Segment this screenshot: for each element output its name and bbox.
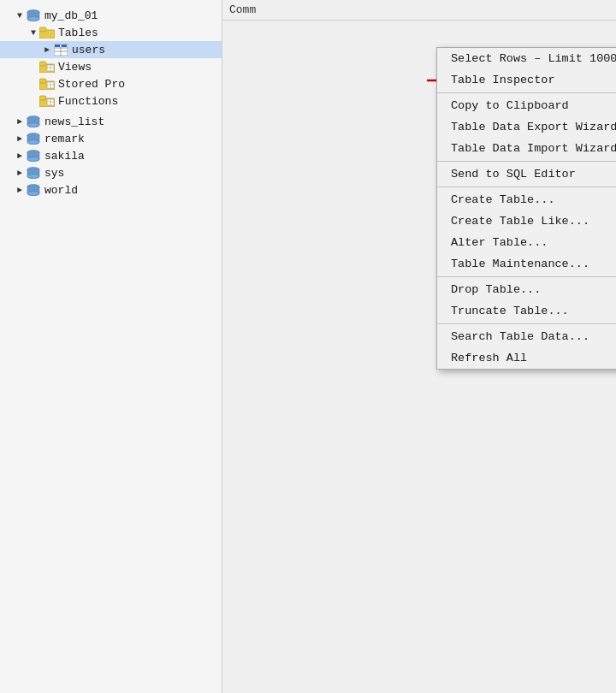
separator-5 [437, 323, 616, 324]
svg-point-32 [27, 175, 39, 179]
svg-point-31 [27, 168, 39, 172]
svg-point-29 [27, 151, 39, 155]
menu-label-copy-clipboard: Copy to Clipboard [451, 99, 569, 112]
menu-label-create-table-like: Create Table Like... [451, 215, 589, 228]
right-panel: Comm Select Rows – Limit 1000 Table Insp… [222, 0, 616, 693]
db-icon-sys [26, 166, 41, 180]
tree-label-users: users [72, 44, 105, 56]
menu-label-alter-table: Alter Table... [451, 236, 548, 249]
separator-3 [437, 187, 616, 187]
tree-label-news-list: news_list [44, 116, 104, 128]
tree-item-users[interactable]: ► users [0, 41, 222, 58]
svg-point-25 [27, 116, 39, 121]
menu-item-create-table-like[interactable]: Create Table Like... ▶ [437, 210, 616, 232]
column-label: Comm [229, 3, 256, 16]
svg-point-27 [27, 133, 39, 138]
svg-rect-9 [62, 44, 67, 47]
tree-panel: ▼ my_db_01 ▼ Tables ► [0, 0, 222, 693]
tree-item-stored-pro[interactable]: Stored Pro [0, 75, 222, 92]
svg-point-0 [27, 10, 39, 15]
svg-point-30 [27, 157, 39, 162]
expand-arrow-my-db-01: ▼ [14, 11, 26, 21]
menu-item-drop-table[interactable]: Drop Table... [437, 279, 616, 300]
menu-item-select-rows[interactable]: Select Rows – Limit 1000 [437, 48, 616, 69]
table-icon-users [53, 43, 68, 56]
menu-label-send-sql: Send to SQL Editor [451, 168, 576, 181]
menu-item-table-inspector[interactable]: Table Inspector [437, 69, 616, 91]
menu-label-create-table: Create Table... [451, 193, 555, 206]
svg-rect-16 [39, 79, 46, 83]
svg-rect-11 [39, 62, 46, 66]
menu-item-import-wizard[interactable]: Table Data Import Wizard [437, 138, 616, 159]
svg-point-26 [27, 123, 39, 127]
tree-item-my-db-01[interactable]: ▼ my_db_01 [0, 7, 222, 24]
separator-2 [437, 161, 616, 162]
menu-label-select-rows: Select Rows – Limit 1000 [451, 52, 616, 65]
svg-rect-8 [55, 44, 60, 47]
tree-item-world[interactable]: ► world [0, 181, 222, 198]
menu-label-table-inspector: Table Inspector [451, 74, 555, 86]
tree-label-world: world [44, 184, 78, 197]
menu-item-table-maintenance[interactable]: Table Maintenance... [437, 253, 616, 275]
db-icon-remark [26, 132, 41, 145]
menu-item-search-table[interactable]: Search Table Data... [437, 326, 616, 347]
menu-item-export-wizard[interactable]: Table Data Export Wizard [437, 116, 616, 138]
svg-rect-21 [39, 96, 46, 100]
tree-item-functions[interactable]: Functions [0, 92, 222, 110]
menu-item-copy-clipboard[interactable]: Copy to Clipboard ▶ [437, 95, 616, 116]
menu-label-export-wizard: Table Data Export Wizard [451, 121, 616, 133]
expand-arrow-world: ► [14, 186, 26, 195]
separator-1 [437, 92, 616, 93]
tree-label-my-db-01: my_db_01 [44, 9, 98, 22]
tree-label-tables: Tables [58, 27, 98, 39]
menu-label-table-maintenance: Table Maintenance... [451, 258, 589, 270]
context-menu: Select Rows – Limit 1000 Table Inspector… [436, 47, 616, 370]
svg-point-28 [27, 140, 39, 145]
tree-item-tables[interactable]: ▼ Tables [0, 24, 222, 41]
menu-label-truncate-table: Truncate Table... [451, 305, 569, 317]
tree-item-views[interactable]: Views [0, 58, 222, 75]
menu-item-refresh-all[interactable]: Refresh All [437, 347, 616, 369]
menu-label-drop-table: Drop Table... [451, 283, 541, 296]
tree-label-sakila: sakila [44, 150, 85, 163]
db-icon-my-db-01 [26, 9, 41, 22]
db-icon-world [26, 183, 41, 197]
tree-label-views: Views [58, 61, 92, 74]
folder-icon-views [39, 60, 55, 74]
db-icon-news-list [26, 115, 41, 128]
tree-item-sys[interactable]: ► sys [0, 164, 222, 181]
menu-item-alter-table[interactable]: Alter Table... [437, 232, 616, 253]
svg-point-1 [27, 17, 39, 21]
expand-arrow-remark: ► [14, 134, 26, 144]
tree-item-remark[interactable]: ► remark [0, 130, 222, 147]
expand-arrow-sys: ► [14, 169, 26, 178]
menu-item-create-table[interactable]: Create Table... [437, 189, 616, 210]
db-icon-sakila [26, 149, 41, 163]
svg-point-34 [27, 192, 39, 196]
menu-label-refresh-all: Refresh All [451, 352, 527, 364]
svg-rect-3 [39, 27, 46, 32]
tree-item-sakila[interactable]: ► sakila [0, 147, 222, 164]
menu-label-search-table: Search Table Data... [451, 330, 589, 343]
tree-label-sys: sys [44, 167, 64, 180]
expand-arrow-tables: ▼ [27, 28, 39, 38]
menu-item-send-sql[interactable]: Send to SQL Editor ▶ [437, 163, 616, 185]
folder-icon-functions [39, 94, 55, 108]
svg-point-33 [27, 185, 39, 189]
menu-item-truncate-table[interactable]: Truncate Table... [437, 300, 616, 322]
tree-label-stored-pro: Stored Pro [58, 78, 125, 91]
folder-icon-tables [39, 26, 55, 39]
expand-arrow-news-list: ► [14, 117, 26, 127]
column-header: Comm [222, 0, 616, 21]
main-container: ▼ my_db_01 ▼ Tables ► [0, 0, 616, 693]
tree-label-functions: Functions [58, 95, 118, 108]
menu-label-import-wizard: Table Data Import Wizard [451, 142, 616, 155]
tree-label-remark: remark [44, 133, 85, 145]
expand-arrow-users: ► [41, 45, 53, 55]
separator-4 [437, 276, 616, 277]
expand-arrow-sakila: ► [14, 151, 26, 161]
tree-item-news-list[interactable]: ► news_list [0, 113, 222, 130]
folder-icon-stored-pro [39, 77, 55, 91]
